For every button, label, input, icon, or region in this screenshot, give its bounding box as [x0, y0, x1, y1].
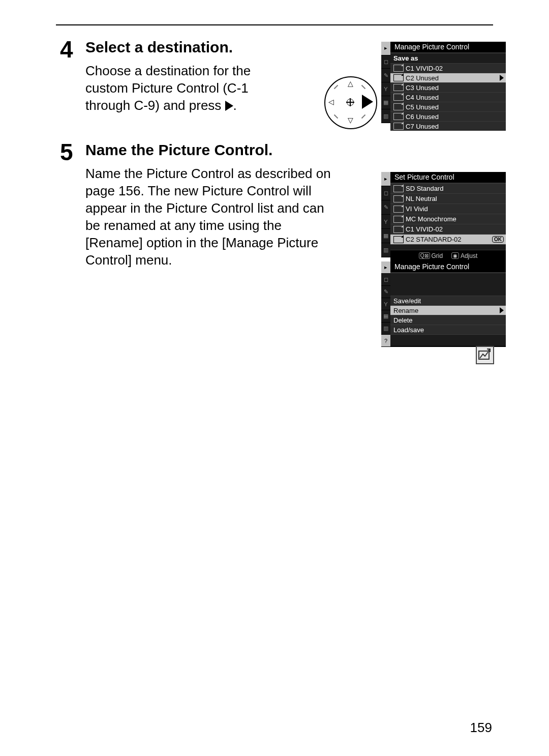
lcd-row-label: VI Vivid — [406, 205, 428, 213]
sidebar-retouch-icon: ▦ — [381, 310, 390, 323]
lcd-row: C7 Unused — [390, 121, 506, 131]
chevron-right-icon — [500, 307, 504, 313]
step-heading: Select a destination. — [85, 39, 233, 56]
top-rule — [56, 24, 493, 25]
lcd-title: Manage Picture Control — [390, 261, 506, 273]
picture-control-preset-icon — [393, 216, 404, 223]
lcd-row-label: C2 Unused — [406, 74, 439, 82]
lcd-row-label: MC Monochrome — [406, 215, 456, 223]
footer-adjust-label: Adjust — [461, 252, 477, 259]
step-number: 5 — [60, 138, 73, 166]
lcd-row: Delete — [390, 315, 506, 325]
lcd-row-label: C4 Unused — [406, 94, 439, 101]
lcd-row: C1 VIVID-02 — [390, 63, 506, 73]
sidebar-pencil-icon: ✎ — [381, 69, 390, 82]
lcd-title: Manage Picture Control — [390, 42, 506, 53]
multi-selector-icon: △ ▽ ◁ — [324, 76, 375, 127]
sidebar-camera-icon: ◻ — [381, 55, 390, 69]
lcd-row-label: C6 Unused — [406, 113, 439, 121]
lcd-sidebar: ▸ ◻ ✎ Y ▦ ▥ — [381, 42, 390, 123]
lcd-row: Save/edit — [390, 296, 506, 305]
lcd-manage-saveas: ▸ ◻ ✎ Y ▦ ▥ Manage Picture Control Save … — [381, 42, 506, 123]
lcd-row: MC Monochrome — [390, 214, 506, 224]
picture-control-preset-icon — [393, 195, 404, 202]
sidebar-pencil-icon: ✎ — [381, 286, 390, 298]
lcd-row: C6 Unused — [390, 111, 506, 121]
lcd-row-label: Load/save — [393, 326, 424, 334]
picture-control-preset-icon — [393, 226, 404, 233]
lcd-row-label: SD Standard — [406, 185, 443, 192]
lcd-row: C4 Unused — [390, 92, 506, 102]
sidebar-retouch-icon: ▦ — [381, 96, 390, 110]
lcd-set-picture-control: ▸ ◻ ✎ Y ▦ ▥ Set Picture Control SD Stand… — [381, 172, 506, 257]
lcd-row-label: Save/edit — [393, 297, 421, 305]
sidebar-play-icon: ▸ — [381, 261, 390, 274]
grid-button-icon: Q⊠ — [419, 252, 430, 259]
ok-badge-icon: OK — [492, 236, 504, 243]
lcd-sidebar: ▸ ◻ ✎ Y ▦ ▥ — [381, 172, 390, 257]
center-ok-icon — [347, 99, 354, 106]
lcd-sidebar: ▸ ◻ ✎ Y ▦ ▥ ? — [381, 261, 390, 347]
sidebar-retouch-icon: ▦ — [381, 229, 390, 243]
sidebar-y-icon: Y — [381, 215, 390, 229]
manual-page: 4 Select a destination. Choose a destina… — [0, 0, 549, 756]
lcd-row-label: C1 VIVID-02 — [406, 65, 443, 72]
sidebar-help-icon: ? — [381, 335, 390, 347]
lcd-row: VI Vivid — [390, 203, 506, 214]
sidebar-recent-icon: ▥ — [381, 323, 390, 335]
lcd-footer: Q⊠Grid ◉Adjust — [390, 250, 506, 262]
adjust-button-icon: ◉ — [451, 252, 459, 259]
chevron-right-icon — [500, 75, 504, 81]
down-arrow-icon: ▽ — [348, 116, 353, 124]
sidebar-play-icon: ▸ — [381, 172, 390, 186]
step-body: Choose a destination for the custom Pict… — [85, 62, 273, 114]
lcd-row: C2 Unused — [390, 73, 506, 82]
lcd-subtitle: Save as — [390, 53, 506, 63]
sidebar-recent-icon: ▥ — [381, 243, 390, 257]
lcd-row: C1 VIVID-02 — [390, 224, 506, 234]
sidebar-recent-icon: ▥ — [381, 109, 390, 123]
lcd-title: Set Picture Control — [390, 172, 506, 183]
lcd-row: NL Neutral — [390, 193, 506, 203]
lcd-row-label: Delete — [393, 316, 413, 324]
step-number: 4 — [60, 36, 73, 63]
picture-control-preset-icon — [393, 84, 404, 91]
footer-grid-label: Grid — [432, 252, 443, 259]
lcd-row-label: Rename — [393, 307, 418, 314]
sidebar-y-icon: Y — [381, 82, 390, 96]
lcd-row: Load/save — [390, 325, 506, 334]
lcd-row: C5 Unused — [390, 102, 506, 111]
lcd-row: SD Standard — [390, 183, 506, 193]
lcd-manage-menu: ▸ ◻ ✎ Y ▦ ▥ ? Manage Picture Control Sav… — [381, 261, 506, 347]
sidebar-y-icon: Y — [381, 298, 390, 310]
lcd-row: C2 STANDARD-02OK — [390, 234, 506, 244]
picture-control-preset-icon — [393, 103, 404, 110]
lcd-row-label: C1 VIVID-02 — [406, 225, 443, 233]
picture-control-preset-icon — [393, 206, 404, 213]
step-heading: Name the Picture Control. — [85, 141, 272, 159]
sidebar-camera-icon: ◻ — [381, 274, 390, 286]
picture-control-preset-icon — [393, 74, 404, 81]
lcd-row-label: C3 Unused — [406, 84, 439, 92]
sidebar-play-icon: ▸ — [381, 42, 390, 55]
picture-control-preset-icon — [393, 236, 404, 243]
picture-control-preset-icon — [393, 94, 404, 101]
picture-control-preset-icon — [393, 65, 404, 72]
picture-control-preset-icon — [393, 113, 404, 120]
right-solid-arrow-icon — [362, 95, 373, 109]
lcd-row-label: C5 Unused — [406, 103, 439, 111]
section-tab-picture-control-icon — [476, 346, 494, 364]
step-body: Name the Picture Control as described on… — [85, 165, 334, 269]
lcd-row: C3 Unused — [390, 82, 506, 92]
step4-text-post: . — [233, 98, 237, 113]
lcd-row: Rename — [390, 305, 506, 315]
lcd-row-label: NL Neutral — [406, 195, 437, 202]
right-arrow-icon — [225, 101, 233, 111]
sidebar-camera-icon: ◻ — [381, 186, 390, 200]
picture-control-preset-icon — [393, 123, 404, 130]
page-number: 159 — [470, 720, 492, 736]
sidebar-pencil-icon: ✎ — [381, 200, 390, 215]
up-arrow-icon: △ — [348, 79, 353, 88]
lcd-row-label: C2 STANDARD-02 — [406, 236, 462, 243]
picture-control-preset-icon — [393, 185, 404, 192]
